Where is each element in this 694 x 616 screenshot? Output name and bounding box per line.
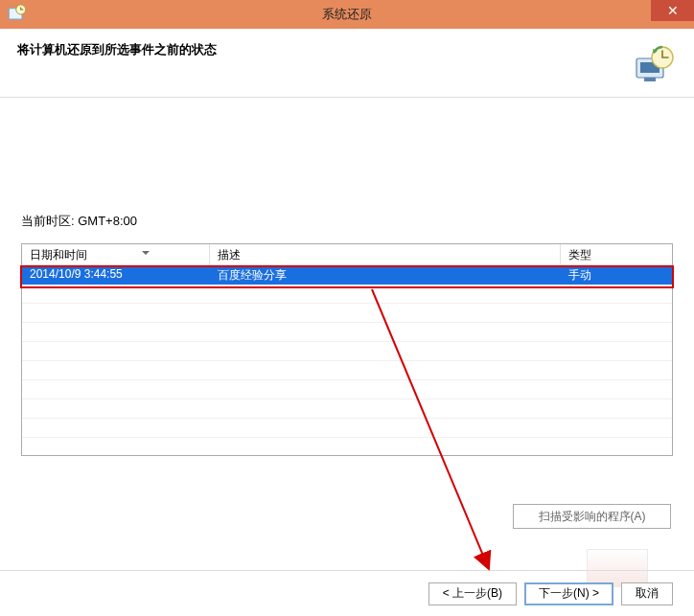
table-row-empty — [22, 419, 672, 438]
window-title: 系统还原 — [0, 6, 694, 23]
close-button[interactable]: ✕ — [651, 0, 694, 21]
table-row[interactable]: 2014/10/9 3:44:55 百度经验分享 手动 — [22, 265, 672, 285]
column-header-datetime-label: 日期和时间 — [30, 248, 87, 262]
cell-datetime: 2014/10/9 3:44:55 — [22, 265, 210, 285]
table-header-row: 日期和时间 描述 类型 — [22, 244, 672, 265]
wizard-buttons: < 上一步(B) 下一步(N) > 取消 — [0, 570, 694, 616]
titlebar[interactable]: 系统还原 ✕ — [0, 0, 694, 29]
table-row-empty — [22, 342, 672, 361]
wizard-body: 当前时区: GMT+8:00 日期和时间 描述 类型 2014/10/9 3:4… — [0, 98, 694, 456]
system-restore-large-icon — [631, 41, 677, 87]
column-header-datetime[interactable]: 日期和时间 — [22, 244, 210, 264]
restore-points-table: 日期和时间 描述 类型 2014/10/9 3:44:55 百度经验分享 手动 — [21, 243, 673, 456]
table-row-empty — [22, 285, 672, 304]
back-button[interactable]: < 上一步(B) — [428, 582, 517, 605]
cell-type: 手动 — [561, 265, 672, 285]
table-row-empty — [22, 380, 672, 399]
cancel-button[interactable]: 取消 — [621, 582, 673, 605]
column-header-type[interactable]: 类型 — [561, 244, 672, 264]
wizard-subtitle: 将计算机还原到所选事件之前的状态 — [17, 41, 217, 58]
next-button[interactable]: 下一步(N) > — [524, 582, 613, 605]
sort-descending-icon — [142, 251, 150, 255]
timezone-label: 当前时区: GMT+8:00 — [21, 213, 673, 230]
table-row-empty — [22, 399, 672, 419]
scan-affected-programs-button[interactable]: 扫描受影响的程序(A) — [513, 504, 671, 529]
wizard-header: 将计算机还原到所选事件之前的状态 — [0, 29, 694, 98]
cell-description: 百度经验分享 — [210, 265, 561, 285]
table-row-empty — [22, 323, 672, 342]
column-header-description[interactable]: 描述 — [210, 244, 561, 264]
system-restore-icon — [8, 5, 27, 24]
svg-rect-4 — [644, 78, 656, 81]
table-row-empty — [22, 361, 672, 380]
table-row-empty — [22, 304, 672, 323]
close-icon: ✕ — [667, 3, 679, 18]
